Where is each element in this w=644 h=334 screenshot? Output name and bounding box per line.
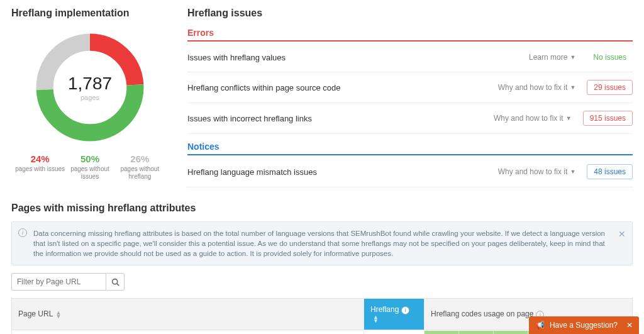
issue-name: Issues with incorrect hreflang links	[187, 114, 312, 123]
issue-help-link[interactable]: Learn more ▼	[529, 53, 575, 62]
col-page-url[interactable]: Page URL▲▼	[12, 299, 364, 330]
chevron-down-icon: ▼	[570, 54, 575, 60]
impl-heading: Hreflang implementation	[11, 8, 169, 19]
sort-icon: ▲▼	[373, 315, 379, 323]
chevron-down-icon: ▼	[570, 169, 575, 175]
legend-pct: 50%	[65, 153, 114, 164]
legend-label: pages with issues	[15, 165, 65, 173]
legend-label: pages without hreflang	[115, 165, 165, 181]
info-text: Data concerning missing hreflang attribu…	[33, 230, 605, 257]
sort-icon: ▲▼	[55, 311, 61, 318]
issue-help-link[interactable]: Why and how to fix it ▼	[498, 167, 576, 176]
issue-name: Hreflang conflicts within page source co…	[187, 83, 341, 92]
issues-heading: Hreflang issues	[187, 8, 633, 19]
legend-pct: 26%	[115, 153, 165, 164]
codes-count: 5 codes	[364, 330, 425, 334]
errors-label: Errors	[187, 28, 633, 42]
missing-heading: Pages with missing hreflang attributes	[11, 203, 633, 214]
svg-line-4	[116, 284, 118, 286]
issue-row: Issues with incorrect hreflang linksWhy …	[187, 103, 633, 134]
col-hreflang[interactable]: Hreflangi▲▼	[364, 299, 425, 330]
issue-row: Issues with hreflang valuesLearn more ▼N…	[187, 43, 633, 72]
issue-name: Hreflang language mismatch issues	[187, 167, 317, 177]
issue-help-link[interactable]: Why and how to fix it ▼	[494, 114, 572, 123]
impl-total-unit: pages	[80, 94, 99, 101]
issue-name: Issues with hreflang values	[187, 53, 286, 62]
info-icon: i	[18, 228, 27, 237]
legend-pct: 24%	[15, 153, 65, 164]
filter-input[interactable]	[11, 273, 106, 291]
issue-count-badge[interactable]: 915 issues	[583, 111, 633, 126]
issue-count-badge[interactable]: 48 issues	[587, 164, 633, 179]
info-box: i Data concerning missing hreflang attri…	[11, 221, 633, 265]
close-icon[interactable]: ✕	[626, 321, 633, 330]
suggestion-button[interactable]: 📢 Have a Suggestion? ✕	[529, 316, 639, 334]
code-pill-de: de	[425, 331, 459, 334]
svg-point-3	[112, 279, 117, 284]
legend-item: 50%pages without issues	[65, 153, 114, 181]
legend-label: pages without issues	[65, 165, 114, 181]
info-icon: i	[401, 306, 409, 315]
impl-donut: 1,787 pages	[30, 28, 150, 147]
impl-total: 1,787	[68, 74, 112, 94]
issue-count-badge: No issues	[587, 50, 633, 64]
issue-count-badge[interactable]: 29 issues	[587, 80, 633, 95]
issue-help-link[interactable]: Why and how to fix it ▼	[498, 83, 576, 92]
code-pill-en: en	[459, 331, 494, 334]
search-icon	[111, 278, 119, 286]
code-pill-es: es	[494, 331, 528, 334]
info-close-icon[interactable]: ✕	[618, 228, 626, 241]
chevron-down-icon: ▼	[570, 84, 575, 91]
notices-label: Notices	[187, 142, 633, 155]
search-button[interactable]	[106, 273, 125, 291]
legend-item: 26%pages without hreflang	[115, 153, 165, 181]
megaphone-icon: 📢	[535, 321, 545, 330]
legend-item: 24%pages with issues	[15, 153, 65, 181]
issue-row: Hreflang language mismatch issuesWhy and…	[187, 157, 633, 187]
issue-row: Hreflang conflicts within page source co…	[187, 72, 633, 103]
chevron-down-icon: ▼	[566, 115, 572, 121]
